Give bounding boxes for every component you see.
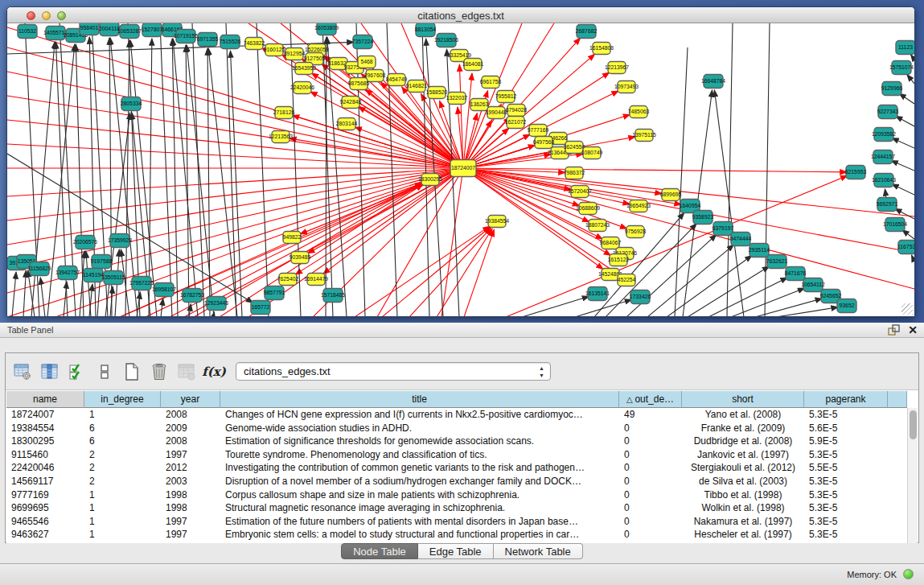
graph-node-teal[interactable]: 11156829 (27, 262, 51, 276)
citation-edge-red[interactable] (7, 47, 463, 168)
table-row[interactable]: 1872400712008Changes of HCN gene express… (6, 408, 908, 422)
citation-edge-black[interactable] (12, 272, 16, 316)
graph-node-yellow[interactable]: 136263 (470, 99, 489, 111)
citation-edge-black[interactable] (892, 138, 914, 148)
graph-node-yellow[interactable]: 7485063 (628, 106, 650, 118)
graph-node-yellow[interactable]: 16914479 (304, 274, 328, 286)
citation-edge-red[interactable] (382, 227, 491, 316)
citation-edge-black[interactable] (902, 230, 914, 239)
memory-status-indicator[interactable] (903, 569, 914, 579)
graph-node-teal[interactable]: 15718485 (321, 289, 345, 303)
graph-node-teal[interactable]: 9197588 (91, 255, 113, 269)
graph-node-yellow[interactable]: 6899695 (660, 189, 682, 201)
graph-node-yellow[interactable]: 7625402 (277, 274, 299, 286)
select-all-icon[interactable] (67, 361, 88, 382)
table-row[interactable]: 1456911722003Disruption of a novel membe… (6, 475, 908, 488)
citation-edge-black[interactable] (727, 23, 733, 316)
graph-node-teal[interactable]: 9358923 (692, 211, 714, 225)
graph-node-teal[interactable]: 8215953 (845, 166, 867, 179)
column-header-title[interactable]: title (220, 391, 619, 408)
graph-node-yellow[interactable]: 10688609 (576, 203, 600, 215)
graph-node-teal[interactable]: 7632621 (766, 255, 788, 269)
citation-edge-black[interactable] (125, 40, 129, 316)
graph-node-yellow[interactable]: 7955812 (495, 91, 517, 103)
tab-network-table[interactable]: Network Table (494, 543, 583, 559)
citation-edge-black[interactable] (891, 160, 914, 171)
graph-node-teal[interactable]: 16053809 (314, 23, 339, 35)
graph-node-yellow[interactable]: 19384554 (485, 216, 509, 228)
graph-node-yellow[interactable]: 8454749 (386, 74, 408, 86)
citation-edge-black[interactable] (161, 299, 163, 316)
network-canvas[interactable]: 1872400711053214055712208914169584012004… (7, 23, 914, 316)
table-settings-icon[interactable] (12, 361, 33, 382)
window-resize-grip[interactable] (901, 303, 913, 315)
table-row[interactable]: 911546021997Tourette syndrome. Phenomeno… (6, 448, 908, 462)
column-header-name[interactable]: name (6, 391, 84, 408)
graph-node-yellow[interactable]: 9146821 (406, 80, 428, 93)
graph-node-yellow[interactable]: 9039489 (290, 252, 311, 264)
graph-node-teal[interactable]: 17957225 (129, 277, 154, 290)
citation-edge-black[interactable] (128, 23, 140, 316)
citation-edge-black[interactable] (160, 23, 172, 316)
citation-edge-red[interactable] (437, 229, 492, 316)
citation-edge-black[interactable] (911, 255, 914, 262)
graph-node-teal[interactable]: 9227343 (877, 105, 899, 119)
graph-node-teal[interactable]: 16648784 (701, 75, 725, 89)
graph-node-yellow[interactable]: 9875685 (348, 78, 370, 90)
graph-node-yellow[interactable]: 16154808 (589, 43, 614, 55)
citation-edge-red[interactable] (7, 168, 463, 245)
graph-node-yellow[interactable]: 6961758 (480, 76, 502, 89)
graph-node-teal[interactable]: 7357224 (352, 35, 374, 49)
graph-node-teal[interactable]: 17359928 (108, 234, 132, 248)
graph-node-teal[interactable]: 1527807 (142, 23, 163, 37)
scrollbar-thumb[interactable] (910, 410, 917, 439)
graph-node-teal[interactable]: 20206576 (73, 236, 97, 249)
column-header-out_de…[interactable]: △ out_de… (619, 391, 682, 408)
graph-node-yellow[interactable]: 1621072 (505, 117, 527, 129)
column-header-short[interactable]: short (682, 391, 804, 408)
graph-node-yellow[interactable]: 2803144 (336, 118, 358, 130)
delete-icon[interactable] (149, 361, 170, 382)
new-object-icon[interactable] (121, 361, 142, 382)
citation-edge-black[interactable] (230, 51, 242, 316)
graph-node-yellow[interactable]: 10973493 (614, 81, 639, 93)
citation-edge-black[interactable] (896, 116, 914, 126)
graph-node-teal[interactable]: 165772 (251, 301, 270, 315)
table-selector-dropdown[interactable]: citations_edges.txt▲▼ (236, 362, 551, 381)
graph-node-yellow[interactable]: 6794028 (506, 105, 528, 117)
network-window-titlebar[interactable]: citations_edges.txt (7, 7, 914, 23)
tab-edge-table[interactable]: Edge Table (418, 543, 494, 559)
select-columns-icon[interactable] (39, 361, 60, 382)
graph-node-yellow[interactable]: 7986372 (564, 167, 585, 179)
citation-edge-black[interactable] (899, 93, 914, 104)
graph-node-teal[interactable]: 12923448 (204, 297, 228, 311)
graph-node-yellow[interactable]: 9777169 (528, 125, 549, 137)
graph-node-teal[interactable]: 16782753 (180, 289, 204, 303)
graph-node-teal[interactable]: 16210643 (872, 174, 896, 187)
graph-node-teal[interactable]: 2935114 (749, 244, 770, 257)
graph-node-teal[interactable]: 7515526 (220, 35, 241, 49)
table-row[interactable]: 969969511998Structural magnetic resonanc… (6, 501, 908, 515)
citation-network-graph[interactable]: 1872400711053214055712208914169584012004… (7, 23, 914, 316)
graph-node-yellow[interactable]: 2718126 (273, 107, 295, 119)
graph-node-yellow[interactable]: 6497568 (533, 137, 555, 149)
network-view-window[interactable]: citations_edges.txt 18724007110532140557… (6, 6, 915, 317)
column-header-year[interactable]: year (161, 391, 220, 408)
table-row[interactable]: 1830029562008Estimation of significance … (6, 435, 908, 448)
citation-edge-red[interactable] (377, 168, 463, 316)
graph-node-hub[interactable]: 18724007 (450, 160, 476, 177)
table-scrollbar[interactable] (907, 408, 918, 543)
graph-node-teal[interactable]: 13505115 (101, 271, 125, 285)
graph-node-teal[interactable]: 16958107 (152, 283, 176, 297)
citation-edge-black[interactable] (326, 37, 326, 316)
citation-edge-black[interactable] (667, 255, 752, 316)
citation-edge-black[interactable] (186, 45, 189, 316)
graph-node-yellow[interactable]: 18807243 (585, 220, 610, 232)
graph-node-teal[interactable]: 17016504 (883, 218, 907, 232)
citation-edge-red[interactable] (194, 184, 422, 316)
graph-node-teal[interactable]: 15751074 (889, 61, 914, 75)
graph-node-yellow[interactable]: 1864081 (462, 59, 484, 71)
graph-node-yellow[interactable]: 18300295 (418, 174, 442, 186)
graph-node-teal[interactable]: 2805334 (121, 97, 142, 111)
graph-node-yellow[interactable]: 22420046 (290, 82, 314, 94)
